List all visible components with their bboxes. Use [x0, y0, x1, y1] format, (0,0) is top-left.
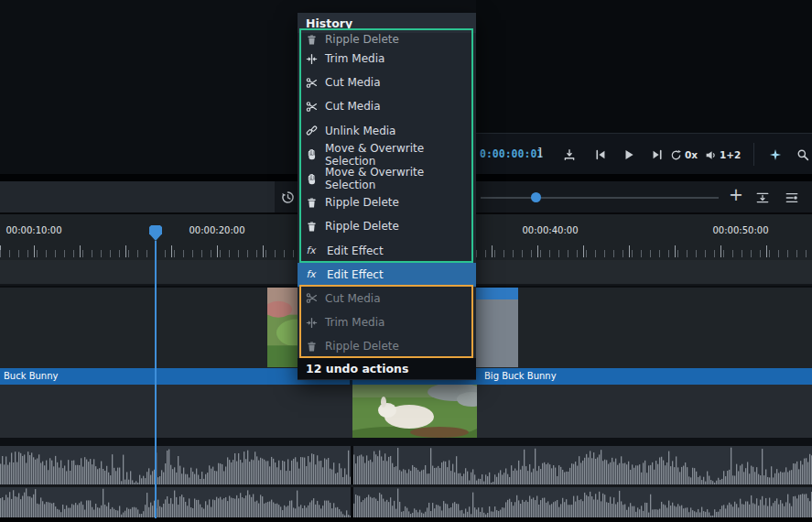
insert-icon [563, 148, 576, 161]
insert-edit-button[interactable] [558, 144, 580, 166]
history-item[interactable]: Cut Media [298, 71, 476, 94]
track-options-icon [785, 190, 799, 205]
history-panel-title: History [298, 13, 476, 33]
fx-icon [306, 268, 319, 280]
trim-icon [306, 53, 318, 65]
preview-panel-area [476, 0, 812, 133]
history-item[interactable]: Trim Media [298, 47, 476, 71]
sparkle-icon [769, 148, 782, 161]
history-item[interactable]: Move & Overwrite Selection [298, 143, 476, 167]
history-item-label: Cut Media [325, 292, 381, 305]
play-button[interactable] [618, 144, 640, 166]
speaker-icon [705, 149, 717, 161]
hand-icon [306, 173, 318, 185]
bottom-edge [0, 517, 812, 522]
ruler-label: 00:00:40:00 [522, 225, 578, 235]
ruler-label: 00:00:10:00 [5, 225, 61, 235]
ruler-label: 00:00:20:00 [189, 225, 244, 235]
history-panel: History Ripple Delete Trim Media Cut Med… [298, 13, 476, 380]
scissors-icon [306, 101, 318, 113]
track-options-button[interactable] [783, 189, 801, 207]
skip-forward-icon [651, 148, 664, 161]
history-item-label: Ripple Delete [325, 196, 399, 209]
history-item[interactable]: Edit Effect [298, 239, 476, 263]
trim-icon [306, 317, 318, 329]
speed-label: 0x [685, 149, 698, 160]
effects-button[interactable] [764, 144, 786, 166]
history-undo-count: 12 undo actions [298, 358, 476, 379]
skip-forward-button[interactable] [646, 144, 668, 166]
hand-icon [306, 148, 318, 160]
timeline-toolbar-left-panel [0, 181, 275, 212]
clip-fragment[interactable] [476, 288, 518, 367]
timeline-zoom-slider-thumb[interactable] [531, 192, 541, 202]
play-icon [623, 148, 635, 161]
history-item-label: Trim Media [325, 52, 384, 65]
history-item[interactable]: Ripple Delete [298, 33, 476, 47]
trash-icon [306, 221, 318, 233]
history-item-selected[interactable]: Edit Effect [298, 263, 476, 287]
history-item[interactable]: Ripple Delete [298, 334, 476, 358]
trash-icon [306, 34, 318, 46]
history-item-label: Cut Media [325, 100, 381, 113]
clip-label-left: Buck Bunny [4, 371, 58, 381]
ruler-label: 00:00:50:00 [712, 225, 768, 235]
audio-waveform-clip[interactable] [0, 446, 351, 484]
history-item-label: Ripple Delete [325, 340, 399, 353]
zoom-button[interactable] [792, 144, 812, 166]
toolbar-divider [753, 143, 754, 166]
history-item[interactable]: Cut Media [298, 287, 476, 310]
clip-thumbnail-bunny[interactable] [352, 385, 477, 438]
loop-speed-icon [670, 149, 682, 161]
audio-clip-boundary [351, 446, 353, 484]
unlink-icon [306, 125, 318, 136]
video-editor-app: 0:00:00:01 ] 0x 1+2 + 00:00:10:00 00:00:… [0, 0, 812, 522]
history-item[interactable]: Move & Overwrite Selection [298, 167, 476, 190]
track-gap [0, 438, 812, 446]
add-track-icon [755, 190, 770, 205]
out-point-bracket-icon: ] [537, 146, 542, 159]
audio-channels-label: 1+2 [720, 149, 741, 160]
scissors-icon [306, 77, 318, 89]
history-item-label: Move & Overwrite Selection [325, 142, 476, 168]
history-item-label: Trim Media [325, 316, 384, 329]
history-item-label: Ripple Delete [325, 220, 399, 233]
audio-waveform-clip[interactable] [353, 446, 812, 484]
scissors-icon [306, 292, 318, 304]
clip-fragment-header [476, 288, 518, 299]
timeline-zoom-slider-track[interactable] [481, 197, 719, 199]
clip-label-right: Big Buck Bunny [484, 371, 557, 381]
thumbnail-image [352, 385, 477, 438]
add-track-button[interactable] [753, 189, 772, 207]
skip-back-icon [594, 148, 607, 161]
audio-waveform-clip[interactable] [0, 487, 351, 517]
history-item[interactable]: Ripple Delete [298, 214, 476, 238]
add-button[interactable]: + [726, 184, 746, 208]
history-undo-icon [280, 190, 296, 205]
playback-speed-button[interactable]: 0x [670, 144, 698, 166]
history-item[interactable]: Trim Media [298, 310, 476, 334]
zoom-icon [796, 148, 809, 161]
fx-icon [306, 245, 319, 256]
history-item-label: Edit Effect [327, 268, 384, 281]
transport-toolbar: 0:00:00:01 ] 0x 1+2 [476, 133, 812, 174]
history-item[interactable]: Ripple Delete [298, 190, 476, 214]
history-item-label: Move & Overwrite Selection [325, 166, 476, 191]
history-undo-button[interactable] [277, 187, 298, 207]
history-item[interactable]: Unlink Media [298, 119, 476, 143]
history-item[interactable]: Cut Media [298, 94, 476, 118]
history-item-label: Ripple Delete [325, 33, 399, 46]
timecode-display[interactable]: 0:00:00:01 [480, 147, 543, 160]
skip-back-button[interactable] [590, 144, 612, 166]
history-item-label: Edit Effect [327, 245, 384, 257]
trash-icon [306, 341, 318, 353]
audio-waveform-clip[interactable] [353, 487, 812, 517]
audio-clip-boundary [351, 487, 353, 517]
history-item-label: Cut Media [325, 76, 381, 89]
audio-channels-button[interactable]: 1+2 [705, 144, 741, 166]
history-item-label: Unlink Media [325, 125, 395, 137]
trash-icon [306, 197, 318, 209]
